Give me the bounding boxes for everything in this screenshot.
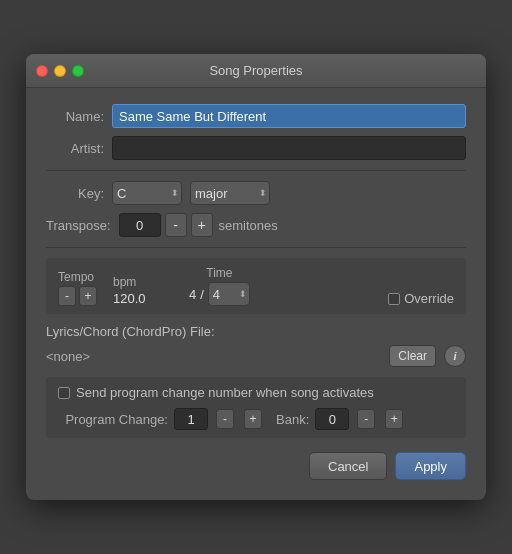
program-section: Send program change number when song act…	[46, 377, 466, 438]
time-numerator: 4	[189, 287, 196, 302]
lyrics-row: <none> Clear i	[46, 345, 466, 367]
action-row: Cancel Apply	[46, 452, 466, 484]
maximize-button[interactable]	[72, 65, 84, 77]
mode-select[interactable]: majorminor	[190, 181, 270, 205]
time-slash: /	[200, 287, 204, 302]
transpose-value: 0	[119, 213, 161, 237]
key-label: Key:	[46, 186, 104, 201]
name-row: Name:	[46, 104, 466, 128]
override-col: Override	[388, 291, 454, 306]
program-plus-button[interactable]: +	[244, 409, 262, 429]
bpm-col: bpm 120.0	[113, 275, 153, 306]
program-toggle-row: Send program change number when song act…	[58, 385, 454, 400]
program-minus-button[interactable]: -	[216, 409, 234, 429]
divider-2	[46, 247, 466, 248]
time-denom-wrapper: 4816	[208, 282, 250, 306]
key-select[interactable]: CDEFGAB	[112, 181, 182, 205]
override-checkbox[interactable]	[388, 293, 400, 305]
lyrics-value: <none>	[46, 349, 381, 364]
info-button[interactable]: i	[444, 345, 466, 367]
mode-select-wrapper: majorminor	[182, 181, 270, 205]
tempo-minus-button[interactable]: -	[58, 286, 76, 306]
time-signature: 4 / 4816	[189, 282, 250, 306]
window-title: Song Properties	[209, 63, 302, 78]
minimize-button[interactable]	[54, 65, 66, 77]
tempo-value: 120.0	[113, 291, 153, 306]
program-fields-row: Program Change: 1 - + Bank: 0 - +	[58, 408, 454, 430]
titlebar: Song Properties	[26, 54, 486, 88]
tempo-plus-button[interactable]: +	[79, 286, 97, 306]
bpm-label: bpm	[113, 275, 136, 289]
transpose-minus-button[interactable]: -	[165, 213, 187, 237]
lyrics-label: Lyrics/Chord (ChordPro) File:	[46, 324, 466, 339]
clear-button[interactable]: Clear	[389, 345, 436, 367]
transpose-row: Transpose: 0 - + semitones	[46, 213, 466, 237]
bank-label: Bank:	[276, 412, 309, 427]
transpose-plus-button[interactable]: +	[191, 213, 213, 237]
divider-1	[46, 170, 466, 171]
apply-button[interactable]: Apply	[395, 452, 466, 480]
time-col: Time 4 / 4816	[189, 266, 250, 306]
cancel-button[interactable]: Cancel	[309, 452, 387, 480]
program-change-label: Program Change:	[58, 412, 168, 427]
bank-value: 0	[315, 408, 349, 430]
time-label: Time	[206, 266, 232, 280]
override-label: Override	[404, 291, 454, 306]
tempo-controls: - +	[58, 286, 97, 306]
form-content: Name: Artist: Key: CDEFGAB majorminor	[26, 88, 486, 500]
program-checkbox[interactable]	[58, 387, 70, 399]
name-label: Name:	[46, 109, 104, 124]
artist-input[interactable]	[112, 136, 466, 160]
transpose-label: Transpose:	[46, 218, 111, 233]
program-toggle-label: Send program change number when song act…	[76, 385, 374, 400]
song-properties-window: Song Properties Name: Artist: Key: CDEFG…	[26, 54, 486, 500]
semitones-label: semitones	[219, 218, 278, 233]
artist-row: Artist:	[46, 136, 466, 160]
lyrics-section: Lyrics/Chord (ChordPro) File: <none> Cle…	[46, 324, 466, 367]
tempo-label: Tempo	[58, 270, 94, 284]
tempo-col: Tempo - +	[58, 270, 97, 306]
window-controls	[36, 65, 84, 77]
program-change-value: 1	[174, 408, 208, 430]
tempo-section: Tempo - + bpm 120.0 Time 4 /	[46, 258, 466, 314]
time-denominator-select[interactable]: 4816	[208, 282, 250, 306]
close-button[interactable]	[36, 65, 48, 77]
artist-label: Artist:	[46, 141, 104, 156]
name-input[interactable]	[112, 104, 466, 128]
bank-minus-button[interactable]: -	[357, 409, 375, 429]
key-select-wrapper: CDEFGAB	[112, 181, 182, 205]
bank-plus-button[interactable]: +	[385, 409, 403, 429]
key-row: Key: CDEFGAB majorminor	[46, 181, 466, 205]
